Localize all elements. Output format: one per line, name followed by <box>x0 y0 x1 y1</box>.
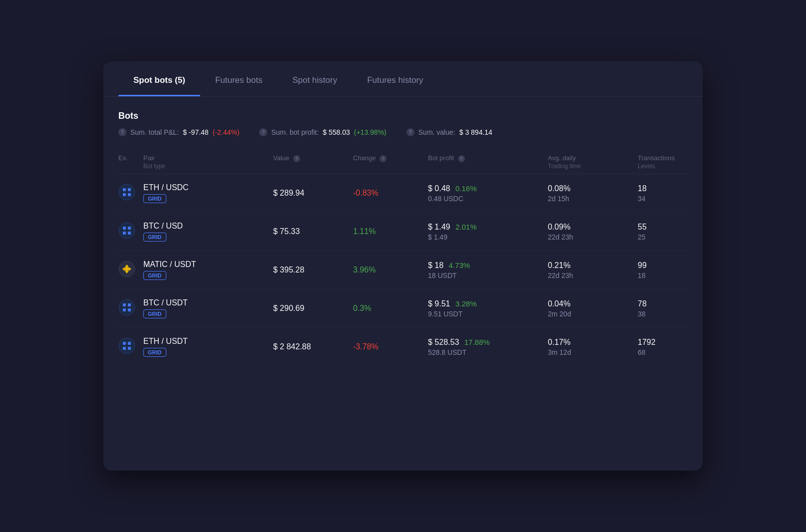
avg-cell: 0.04% 2m 20d <box>548 299 638 318</box>
svg-rect-9 <box>128 232 131 235</box>
profit-usd: $ 9.51 <box>428 299 450 308</box>
ex-cell <box>118 337 143 356</box>
value-cell: $ 2 842.88 <box>273 342 353 351</box>
profit-pct: 0.16% <box>455 184 477 193</box>
svg-point-25 <box>119 338 135 354</box>
tab-futures-bots[interactable]: Futures bots <box>200 61 278 96</box>
change-cell: 1.11% <box>353 227 428 236</box>
trans-cell: 99 18 <box>638 261 703 279</box>
help-icon-sum-value[interactable]: ? <box>406 128 414 136</box>
pair-cell: BTC / USD GRID <box>143 222 273 242</box>
summary-row: ? Sum. total P&L: $ -97.48 (-2.44%) ? Su… <box>118 128 688 136</box>
main-card: Spot bots (5) Futures bots Spot history … <box>103 61 703 471</box>
tab-futures-history[interactable]: Futures history <box>352 61 438 96</box>
svg-point-20 <box>119 299 135 315</box>
profit-pct: 17.88% <box>464 338 490 346</box>
change-cell: -3.78% <box>353 342 428 351</box>
profit-main: $ 0.48 0.16% <box>428 184 548 193</box>
profit-pct: 2.01% <box>455 223 477 231</box>
bot-type-badge: GRID <box>143 348 166 357</box>
avg-time: 3m 12d <box>548 348 638 356</box>
avg-time: 22d 23h <box>548 233 638 241</box>
th-value: Value ? <box>273 154 353 170</box>
profit-usd: $ 18 <box>428 261 443 269</box>
avg-pct: 0.04% <box>548 299 638 308</box>
bots-table: Ex. Pair Bot type Value ? Change ? Bot p… <box>118 150 688 366</box>
table-row[interactable]: ETH / USDC GRID $ 289.94 -0.83% $ 0.48 0… <box>118 174 688 213</box>
pair-cell: ETH / USDC GRID <box>143 183 273 203</box>
pair-name: BTC / USD <box>143 222 273 231</box>
levels-count: 68 <box>638 348 703 356</box>
avg-time: 2m 20d <box>548 310 638 318</box>
svg-rect-23 <box>123 308 126 311</box>
summary-total-pl: ? Sum. total P&L: $ -97.48 (-2.44%) <box>118 128 239 136</box>
trans-cell: 78 38 <box>638 299 703 318</box>
profit-usd: $ 528.53 <box>428 338 459 346</box>
table-row[interactable]: MATIC / USDT GRID $ 395.28 3.96% $ 18 4.… <box>118 251 688 289</box>
table-row[interactable]: BTC / USD GRID $ 75.33 1.11% $ 1.49 2.01… <box>118 213 688 251</box>
summary-bot-profit-pct: (+13.98%) <box>354 128 387 136</box>
avg-cell: 0.08% 2d 15h <box>548 184 638 203</box>
bot-type-badge: GRID <box>143 233 166 242</box>
avg-cell: 0.09% 22d 23h <box>548 223 638 241</box>
value-cell: $ 395.28 <box>273 266 353 274</box>
ex-cell <box>118 261 143 279</box>
levels-count: 38 <box>638 310 703 318</box>
help-icon-bot-profit-col[interactable]: ? <box>458 155 465 162</box>
pair-cell: MATIC / USDT GRID <box>143 260 273 280</box>
tab-spot-history[interactable]: Spot history <box>277 61 352 96</box>
help-icon-value[interactable]: ? <box>293 155 300 162</box>
profit-sub: 0.48 USDC <box>428 195 548 203</box>
summary-pl-value: $ -97.48 <box>183 128 208 136</box>
profit-cell: $ 18 4.73% 18 USDT <box>428 261 548 279</box>
transactions-count: 55 <box>638 223 703 232</box>
profit-sub: 528.8 USDT <box>428 348 548 356</box>
pair-cell: BTC / USDT GRID <box>143 298 273 318</box>
ex-cell <box>118 222 143 241</box>
bot-type-badge: GRID <box>143 271 166 280</box>
svg-rect-1 <box>123 188 126 191</box>
pair-name: ETH / USDT <box>143 337 273 346</box>
change-cell: -0.83% <box>353 189 428 198</box>
tab-bar: Spot bots (5) Futures bots Spot history … <box>103 61 703 97</box>
avg-pct: 0.21% <box>548 261 638 270</box>
table-row[interactable]: BTC / USDT GRID $ 290.69 0.3% $ 9.51 3.2… <box>118 289 688 328</box>
content-area: Bots ? Sum. total P&L: $ -97.48 (-2.44%)… <box>103 97 703 380</box>
help-icon-bot-profit[interactable]: ? <box>259 128 267 136</box>
profit-cell: $ 0.48 0.16% 0.48 USDC <box>428 184 548 203</box>
transactions-count: 1792 <box>638 338 703 347</box>
help-icon-change[interactable]: ? <box>380 155 387 162</box>
svg-rect-27 <box>128 342 131 345</box>
profit-cell: $ 528.53 17.88% 528.8 USDT <box>428 338 548 356</box>
th-change: Change ? <box>353 154 428 170</box>
ex-cell <box>118 299 143 318</box>
summary-bot-profit-value: $ 558.03 <box>323 128 350 136</box>
profit-usd: $ 1.49 <box>428 223 450 231</box>
transactions-count: 99 <box>638 261 703 270</box>
pair-name: BTC / USDT <box>143 298 273 307</box>
avg-cell: 0.21% 22d 23h <box>548 261 638 279</box>
th-avg-daily: Avg. daily Trading time <box>548 154 638 170</box>
svg-rect-21 <box>123 303 126 306</box>
svg-rect-24 <box>128 308 131 311</box>
table-row[interactable]: ETH / USDT GRID $ 2 842.88 -3.78% $ 528.… <box>118 328 688 366</box>
levels-count: 25 <box>638 233 703 241</box>
svg-rect-28 <box>123 347 126 350</box>
svg-point-0 <box>119 184 135 200</box>
profit-main: $ 528.53 17.88% <box>428 338 548 347</box>
avg-time: 2d 15h <box>548 195 638 203</box>
profit-cell: $ 1.49 2.01% $ 1.49 <box>428 223 548 241</box>
svg-rect-2 <box>128 188 131 191</box>
svg-rect-26 <box>123 342 126 345</box>
tab-spot-bots[interactable]: Spot bots (5) <box>118 61 200 96</box>
change-cell: 0.3% <box>353 304 428 313</box>
profit-sub: $ 1.49 <box>428 233 548 241</box>
ex-cell <box>118 184 143 203</box>
avg-pct: 0.09% <box>548 223 638 232</box>
svg-rect-29 <box>128 347 131 350</box>
summary-pl-pct: (-2.44%) <box>213 128 240 136</box>
help-icon-pl[interactable]: ? <box>118 128 126 136</box>
value-cell: $ 75.33 <box>273 227 353 236</box>
profit-pct: 3.28% <box>455 299 477 308</box>
th-transactions: Transactions Levels <box>638 154 703 170</box>
